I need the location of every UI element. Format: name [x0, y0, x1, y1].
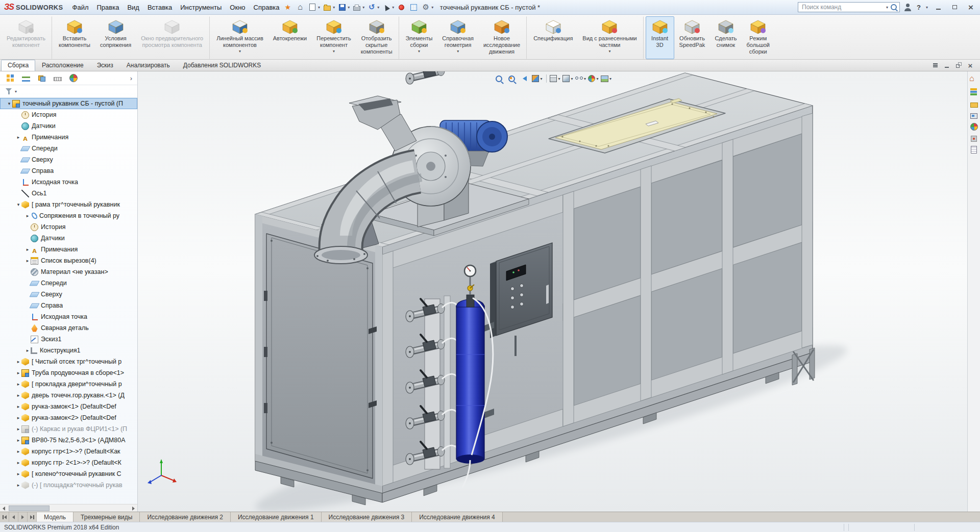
previous-tab-button[interactable] — [9, 512, 18, 522]
open-document-button[interactable] — [322, 2, 332, 12]
menu-item[interactable]: Справка — [250, 2, 284, 13]
tree-item[interactable]: ▸ корпус гтр- 2<1>->? (Default<К — [0, 457, 137, 468]
zoom-to-area-button[interactable] — [506, 73, 518, 84]
file-explorer-icon[interactable] — [970, 103, 978, 108]
chevron-down-icon[interactable]: ▾ — [318, 5, 320, 10]
tab-evaluate[interactable]: Анализировать — [120, 60, 177, 71]
featuremanager-tab[interactable] — [5, 73, 15, 83]
expand-arrow-icon[interactable]: ▸ — [24, 213, 31, 218]
first-tab-button[interactable] — [0, 512, 9, 522]
chevron-down-icon[interactable]: ▾ — [377, 5, 379, 10]
tree-item[interactable]: История — [0, 221, 137, 233]
tree-item[interactable]: Сверху — [0, 289, 137, 300]
close-document-button[interactable] — [967, 62, 974, 69]
edit-component-button[interactable]: Редактировать компонент — [2, 16, 52, 59]
filter-chevron-icon[interactable]: ▾ — [15, 89, 17, 94]
restore-document-button[interactable] — [955, 62, 962, 69]
component-preview-window-button[interactable]: Окно предварительного просмотра компонен… — [136, 16, 210, 59]
door-panel[interactable] — [266, 234, 373, 478]
tree-item[interactable]: ▸ [ колено^точечный рукавник С — [0, 468, 137, 479]
menu-item[interactable]: Правка — [92, 2, 123, 13]
reference-geometry-button[interactable]: Справочная геометрия ▾ — [437, 16, 478, 59]
display-style-button[interactable]: ▾ — [562, 73, 574, 84]
tree-item[interactable]: Исходная точка — [0, 176, 137, 188]
tree-item[interactable]: ▸ Сопряжения в точечный ру — [0, 210, 137, 221]
rebuild-button[interactable] — [396, 2, 406, 12]
expand-arrow-icon[interactable]: ▸ — [15, 449, 21, 454]
tree-item-root[interactable]: ▾ точечный рукавник СБ - пустой (П — [0, 98, 137, 109]
file-properties-button[interactable] — [408, 2, 419, 12]
3d-model-canvas[interactable] — [138, 71, 967, 512]
design-library-icon[interactable] — [969, 87, 978, 96]
scroll-track[interactable] — [8, 504, 130, 512]
tree-item[interactable]: ▾ [ рама трг^точечный рукавник — [0, 199, 137, 210]
decals-icon[interactable] — [971, 136, 977, 142]
apply-scene-button[interactable]: ▾ — [601, 73, 612, 84]
displaymanager-tab[interactable] — [68, 73, 79, 83]
new-motion-study-button[interactable]: Новое исследование движения — [479, 16, 527, 59]
tree-item[interactable]: Эскиз1 — [0, 334, 137, 345]
tree-item[interactable]: ▸ (-) [ площадка^точечный рукав — [0, 479, 137, 491]
zoom-to-fit-button[interactable] — [494, 73, 505, 84]
filter-funnel-icon[interactable] — [5, 88, 12, 95]
tab-model[interactable]: Модель — [37, 512, 74, 522]
minimize-document-button[interactable] — [943, 62, 950, 69]
tree-item[interactable]: Спереди — [0, 277, 137, 289]
expand-arrow-icon[interactable]: ▾ — [15, 202, 21, 207]
tree-item[interactable]: ▸ [ Чистый отсек трг^точечный р — [0, 356, 137, 367]
view-orientation-button[interactable]: ▾ — [550, 73, 561, 84]
next-tab-button[interactable] — [18, 512, 28, 522]
insert-components-button[interactable]: Вставить компоненты — [54, 16, 95, 59]
expand-arrow-icon[interactable]: ▸ — [15, 404, 21, 409]
maximize-window-button[interactable] — [948, 2, 961, 13]
tree-item[interactable]: Ось1 — [0, 188, 137, 199]
expand-arrow-icon[interactable]: ▸ — [15, 471, 21, 476]
chevron-down-icon[interactable]: ▾ — [362, 5, 364, 10]
expand-arrow-icon[interactable]: ▸ — [15, 415, 21, 420]
search-input[interactable] — [801, 3, 884, 11]
expand-arrow-icon[interactable]: ▸ — [24, 258, 31, 263]
tab-3d-views[interactable]: Трехмерные виды — [74, 512, 140, 522]
view-palette-icon[interactable] — [970, 113, 977, 119]
tab-motion-study-2[interactable]: Исследование движения 2 — [140, 512, 231, 522]
previous-view-button[interactable] — [519, 73, 530, 84]
close-window-button[interactable] — [965, 2, 977, 13]
tree-item[interactable]: ▸ Труба продувочная в сборе<1> — [0, 367, 137, 378]
pin-menu-icon[interactable]: ★ — [285, 3, 291, 11]
tree-item[interactable]: История — [0, 109, 137, 120]
chevron-down-icon[interactable]: ▾ — [348, 5, 350, 10]
help-button[interactable]: ? — [916, 4, 922, 11]
edit-appearance-button[interactable]: ▾ — [588, 73, 599, 84]
tree-item[interactable]: Справа — [0, 300, 137, 311]
save-button[interactable] — [337, 2, 347, 12]
scroll-right-button[interactable] — [130, 504, 137, 512]
tab-motion-study-3[interactable]: Исследование движения 3 — [322, 512, 412, 522]
tree-item[interactable]: Сверху — [0, 154, 137, 165]
tree-item[interactable]: Спереди — [0, 143, 137, 154]
hide-show-items-button[interactable]: ▾ — [575, 73, 586, 84]
take-snapshot-button[interactable]: Сделать снимок — [710, 16, 741, 59]
tree-item[interactable]: ▸ Примечания — [0, 244, 137, 255]
smart-fasteners-button[interactable]: Автокрепежи — [268, 16, 311, 59]
expand-arrow-icon[interactable]: ▾ — [6, 101, 12, 106]
tree-item[interactable]: ▸ [ прокладка двери^точечный р — [0, 378, 137, 390]
tree-item[interactable]: Датчики — [0, 233, 137, 244]
menu-item[interactable]: Вид — [123, 2, 143, 13]
scroll-left-button[interactable] — [0, 504, 8, 512]
appearances-icon[interactable] — [970, 123, 978, 131]
custom-properties-icon[interactable] — [971, 146, 977, 154]
expand-arrow-icon[interactable]: ▸ — [15, 438, 21, 443]
tab-motion-study-4[interactable]: Исследование движения 4 — [412, 512, 503, 522]
tree-horizontal-scrollbar[interactable] — [0, 504, 137, 512]
update-speedpak-button[interactable]: Обновить SpeedPak — [675, 16, 710, 59]
chevron-down-icon[interactable]: ▾ — [392, 5, 394, 10]
chevron-down-icon[interactable]: ▾ — [886, 5, 888, 10]
tree-item[interactable]: ▸ ВР80-75 №2,5-6,3<1> (АДМ80А — [0, 435, 137, 446]
menu-item[interactable]: Файл — [68, 2, 93, 13]
tree-item[interactable]: ▸ (-) Каркас и рукав ФЦРИ1<1> (П — [0, 423, 137, 435]
bill-of-materials-button[interactable]: Спецификация — [529, 16, 577, 59]
tab-addins[interactable]: Добавления SOLIDWORKS — [177, 60, 268, 71]
tree-item[interactable]: ▸ корпус гтр<1>->? (Default<Как — [0, 446, 137, 457]
undo-button[interactable] — [366, 2, 377, 12]
expand-arrow-icon[interactable]: ▸ — [15, 460, 21, 465]
